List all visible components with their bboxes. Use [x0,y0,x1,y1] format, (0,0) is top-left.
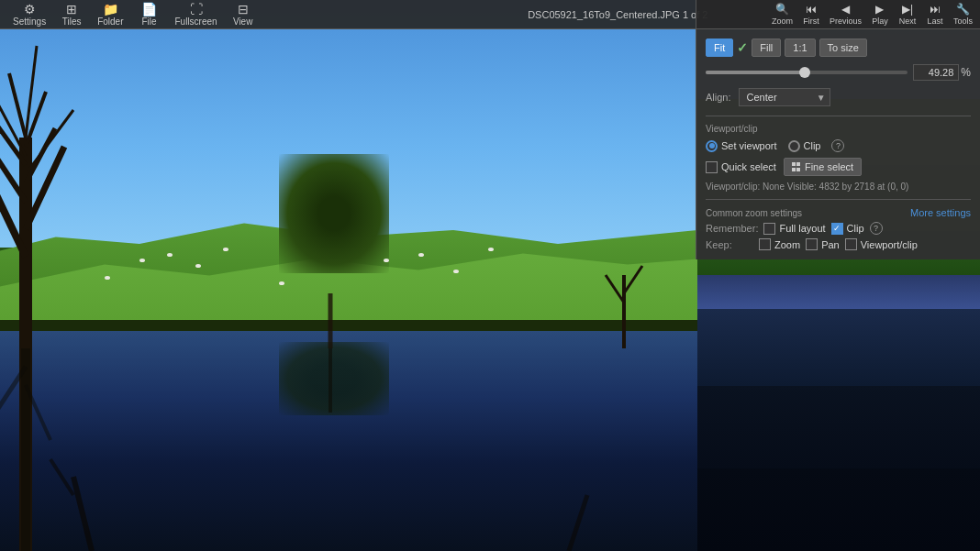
remember-help-icon[interactable]: ? [870,222,883,235]
next-label: Next [899,17,917,26]
next-button[interactable]: ▶| Next [895,1,920,28]
align-row: Align: Center Top Left Top Right Bottom … [706,88,971,106]
keep-pan-checkbox-box [806,238,818,250]
previous-button[interactable]: ◀ Previous [826,1,865,28]
tiles-button[interactable]: ⊞ Tiles [55,1,88,28]
fine-select-button[interactable]: Fine select [784,158,862,176]
viewport-clip-section-label: Viewport/clip [706,124,971,134]
keep-label: Keep: [706,239,753,250]
first-label: First [803,17,819,26]
viewport-help-icon[interactable]: ? [831,139,844,152]
folder-button[interactable]: 📁 Folder [92,1,128,28]
settings-icon: ⚙ [24,3,36,16]
landscape-view [0,0,697,551]
previous-icon: ◀ [841,3,850,16]
to-size-button[interactable]: To size [819,39,867,57]
zoom-slider-fill [706,71,805,74]
zoom-icon: 🔍 [775,3,789,16]
common-zoom-label: Common zoom settings [706,208,802,218]
zoom-button[interactable]: 🔍 Zoom [768,1,796,28]
keep-row: Keep: Zoom Pan Viewport/clip [706,238,971,250]
zoom-slider-row: 49.28 % [706,64,971,81]
align-dropdown[interactable]: Center Top Left Top Right Bottom Left Bo… [739,88,830,106]
keep-zoom-label: Zoom [774,239,800,250]
first-icon: ⏮ [806,3,817,16]
one-to-one-button[interactable]: 1:1 [785,39,815,57]
viewport-clip-info: Viewport/clip: None Visible: 4832 by 271… [706,182,971,192]
more-settings-link[interactable]: More settings [910,207,971,218]
play-label: Play [872,17,888,26]
keep-zoom-checkbox[interactable]: Zoom [759,238,800,250]
view-label: View [233,17,253,27]
first-button[interactable]: ⏮ First [798,1,824,28]
svg-line-15 [606,275,624,303]
keep-viewport-label: Viewport/clip [861,239,918,250]
svg-line-19 [73,477,92,551]
fit-checkmark: ✓ [737,40,748,55]
view-button[interactable]: ⊟ View [227,1,260,28]
previous-label: Previous [830,17,862,26]
viewport-radio-row: Set viewport Clip ? [706,139,971,152]
fullscreen-icon: ⛶ [190,3,203,16]
fill-button[interactable]: Fill [752,39,781,57]
right-panel: Fit ✓ Fill 1:1 To size 49.28 % Align: Ce… [696,29,980,259]
fine-select-label: Fine select [805,161,853,172]
view-icon: ⊟ [238,3,249,16]
full-layout-checkbox[interactable]: Full layout [763,223,825,235]
tools-icon: 🔧 [956,3,970,16]
common-zoom-header: Common zoom settings More settings [706,207,971,218]
zoom-fit-row: Fit ✓ Fill 1:1 To size [706,39,971,57]
zoom-value-box[interactable]: 49.28 [913,64,959,81]
quick-select-label: Quick select [721,161,776,172]
fullscreen-label: Fullscreen [175,17,217,27]
last-icon: ⏭ [930,3,941,16]
settings-button[interactable]: ⚙ Settings [7,1,51,28]
last-button[interactable]: ⏭ Last [922,1,948,28]
svg-line-20 [50,459,73,495]
keep-viewport-checkbox[interactable]: Viewport/clip [845,238,918,250]
set-viewport-radio-indicator [706,140,718,152]
set-viewport-radio[interactable]: Set viewport [706,140,777,152]
full-layout-checkbox-box [763,223,775,235]
remember-label: Remember: [706,223,758,234]
fit-button[interactable]: Fit [706,39,733,57]
remember-clip-checkbox-box [831,223,843,235]
file-icon: 📄 [141,3,157,16]
zoom-slider-track[interactable] [706,71,908,74]
select-buttons-row: Quick select Fine select [706,158,971,176]
file-button[interactable]: 📄 File [133,1,166,28]
keep-viewport-checkbox-box [845,238,857,250]
separator-1 [706,116,971,116]
folder-icon: 📁 [103,3,118,16]
clip-radio[interactable]: Clip [788,140,821,152]
align-dropdown-wrapper: Center Top Left Top Right Bottom Left Bo… [739,88,830,106]
folder-label: Folder [97,17,123,27]
fullscreen-button[interactable]: ⛶ Fullscreen [170,1,223,28]
tiles-icon: ⊞ [66,3,77,16]
settings-label: Settings [13,17,46,27]
fine-select-grid-icon [792,162,801,171]
clip-radio-label: Clip [804,140,821,151]
clip-radio-indicator [788,140,800,152]
svg-line-16 [624,266,642,293]
zoom-slider-thumb[interactable] [799,67,810,78]
svg-line-10 [26,110,73,174]
play-button[interactable]: ▶ Play [867,1,893,28]
tools-label: Tools [953,17,973,26]
file-label: File [141,17,156,27]
remember-clip-label: Clip [847,223,864,234]
full-layout-label: Full layout [779,223,825,234]
next-icon: ▶| [902,3,913,16]
keep-zoom-checkbox-box [759,238,771,250]
keep-pan-label: Pan [821,239,840,250]
remember-row: Remember: Full layout Clip ? [706,222,971,235]
set-viewport-label: Set viewport [721,140,777,151]
last-label: Last [927,17,942,26]
keep-pan-checkbox[interactable]: Pan [806,238,840,250]
svg-line-21 [569,495,587,551]
play-icon: ▶ [875,3,884,16]
quick-select-checkbox-box [706,161,718,173]
remember-clip-checkbox[interactable]: Clip [831,223,864,235]
quick-select-checkbox[interactable]: Quick select [706,161,776,173]
tools-button[interactable]: 🔧 Tools [950,1,976,28]
